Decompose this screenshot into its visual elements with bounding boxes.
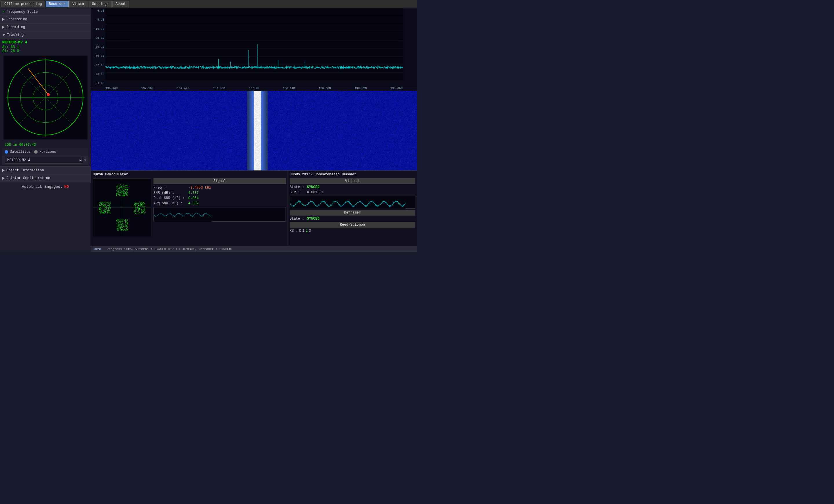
snr-row: SNR (dB) : 4.737 — [153, 191, 286, 195]
db-label-8: -84 dB — [92, 82, 104, 85]
db-label-1: -5 dB — [92, 18, 104, 21]
peak-snr-label: Peak SNR (dB) : — [153, 196, 188, 200]
db-label-3: -28 dB — [92, 37, 104, 40]
spectrum-canvas — [105, 8, 417, 81]
recording-collapse-icon — [2, 26, 5, 29]
horizons-label: Horizons — [39, 150, 56, 154]
freq-value: -3.4853 kHz — [188, 186, 211, 190]
satellites-label: Satellites — [10, 150, 31, 154]
waterfall-area — [91, 91, 417, 170]
avg-snr-row: Avg SNR (dB) : 4.332 — [153, 201, 286, 205]
freq-tick-3: 137.66M — [213, 87, 225, 90]
satellite-select[interactable]: METEOR-M2 4 — [5, 157, 83, 164]
viterbi-header: Viterbi — [290, 178, 415, 184]
viterbi-state-label: State : — [290, 185, 307, 189]
ber-label: BER : — [290, 190, 307, 194]
deframer-state-value: SYNCED — [307, 217, 320, 221]
toggle-row: Satellites Horizons — [2, 148, 88, 156]
db-label-5: -50 dB — [92, 54, 104, 58]
db-label-0: 6 dB — [92, 9, 104, 13]
snr-label: SNR (dB) : — [153, 191, 188, 195]
freq-tick-1: 137.18M — [141, 87, 153, 90]
freq-scale-row[interactable]: ✓ Frequency Scale — [0, 8, 91, 16]
db-label-7: -73 dB — [92, 73, 104, 76]
dropdown-arrow-icon: ▼ — [84, 159, 86, 162]
object-info-icon — [2, 169, 5, 172]
db-label-4: -39 dB — [92, 45, 104, 49]
freq-tick-4: 137.9M — [249, 87, 259, 90]
status-info-label: Info — [93, 247, 101, 251]
menu-settings[interactable]: Settings — [89, 1, 112, 7]
spectrum-area: 6 dB -5 dB -16 dB -28 dB -39 dB -50 dB -… — [91, 8, 417, 86]
rotator-icon — [2, 177, 5, 180]
menu-recorder[interactable]: Recorder — [46, 1, 69, 7]
tracking-expand-icon — [2, 34, 5, 36]
recording-label: Recording — [6, 25, 25, 29]
rs-header: Reed-Solomon — [290, 222, 415, 228]
autotrack-row: Autotrack Engaged: NO — [0, 182, 91, 191]
object-info-section[interactable]: Object Information — [0, 167, 91, 175]
menu-offline-processing[interactable]: Offline processing — [1, 1, 45, 7]
rs-row: RS : 0 1 2 3 — [290, 229, 415, 233]
snr-value: 4.737 — [188, 191, 199, 195]
tracking-section-header[interactable]: Tracking — [0, 31, 91, 39]
freq-tick-5: 138.14M — [283, 87, 295, 90]
oqpsk-section: OQPSK Demodulator Signal Freq : -3.4853 … — [91, 171, 288, 246]
viterbi-state-value: SYNCED — [307, 185, 320, 189]
viterbi-mini-graph — [290, 196, 415, 209]
deframer-state-label: State : — [290, 217, 307, 221]
freq-tick-6: 138.38M — [319, 87, 331, 90]
tracking-label: Tracking — [7, 33, 24, 37]
avg-snr-value: 4.332 — [188, 201, 199, 205]
freq-tick-2: 137.42M — [177, 87, 189, 90]
oqpsk-title: OQPSK Demodulator — [93, 173, 286, 177]
horizons-dot — [34, 150, 38, 154]
status-text: Progress inf%, Viterbi : SYNCED BER : 0.… — [107, 247, 231, 251]
menu-about[interactable]: About — [112, 1, 129, 7]
radar-canvas — [3, 55, 87, 139]
freq-row: Freq : -3.4853 kHz — [153, 186, 286, 190]
az-value: Az: 63.1 — [2, 45, 88, 49]
peak-snr-value: 9.864 — [188, 196, 199, 200]
el-value: El: 76.0 — [2, 49, 88, 53]
main-layout: ✓ Frequency Scale Processing Recording T… — [0, 8, 417, 252]
waterfall-canvas — [91, 91, 417, 170]
freq-tick-7: 138.62M — [354, 87, 367, 90]
signal-panel: Signal Freq : -3.4853 kHz SNR (dB) : 4.7… — [153, 178, 286, 236]
ccsds-title: CCSDS r=1/2 Concatenated Decoder — [290, 173, 415, 177]
rotator-section[interactable]: Rotator Configuration — [0, 175, 91, 182]
ccsds-section: CCSDS r=1/2 Concatenated Decoder Viterbi… — [288, 171, 417, 246]
menubar: Offline processing Recorder Viewer Setti… — [0, 0, 417, 8]
viterbi-state-row: State : SYNCED — [290, 185, 415, 189]
processing-section-header[interactable]: Processing — [0, 16, 91, 23]
checkmark-icon: ✓ — [2, 9, 5, 14]
rs-value-3: 3 — [309, 229, 311, 233]
autotrack-label: Autotrack Engaged: — [22, 185, 62, 189]
processing-label: Processing — [6, 17, 27, 21]
signal-mini-graph — [153, 207, 286, 222]
object-info-label: Object Information — [6, 168, 44, 173]
recording-section-header[interactable]: Recording — [0, 23, 91, 31]
satellite-dropdown-row: METEOR-M2 4 ▼ — [2, 156, 88, 165]
freq-axis: 136.94M 137.18M 137.42M 137.66M 137.9M 1… — [91, 86, 417, 91]
db-labels: 6 dB -5 dB -16 dB -28 dB -39 dB -50 dB -… — [91, 8, 105, 86]
processing-collapse-icon — [2, 18, 5, 21]
left-panel: ✓ Frequency Scale Processing Recording T… — [0, 8, 91, 252]
autotrack-value: NO — [64, 185, 69, 189]
freq-label: Freq : — [153, 186, 188, 190]
db-label-2: -16 dB — [92, 27, 104, 31]
horizons-toggle[interactable]: Horizons — [34, 150, 56, 154]
peak-snr-row: Peak SNR (dB) : 9.864 — [153, 196, 286, 200]
constellation-plot — [93, 178, 151, 236]
satellites-toggle[interactable]: Satellites — [5, 150, 31, 154]
statusbar: Info Progress inf%, Viterbi : SYNCED BER… — [91, 246, 417, 252]
rs-value-2: 2 — [306, 229, 308, 233]
menu-viewer[interactable]: Viewer — [69, 1, 88, 7]
deframer-header: Deframer — [290, 210, 415, 215]
signal-graph-canvas — [154, 207, 212, 222]
freq-tick-0: 136.94M — [105, 87, 117, 90]
tracking-content: METEOR-M2 4 Az: 63.1 El: 76.0 LOS in 00:… — [0, 39, 91, 167]
right-panel: 6 dB -5 dB -16 dB -28 dB -39 dB -50 dB -… — [91, 8, 417, 252]
satellite-name: METEOR-M2 4 — [2, 40, 88, 45]
rotator-label: Rotator Configuration — [6, 176, 50, 180]
